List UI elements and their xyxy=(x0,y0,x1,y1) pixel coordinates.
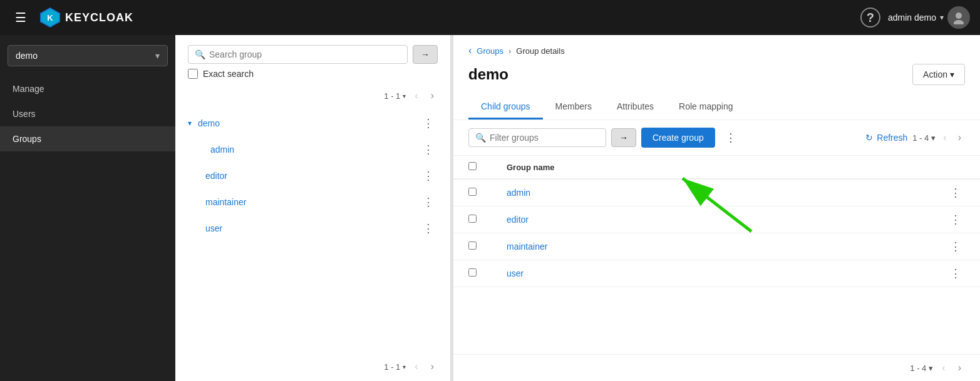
group-item-name: demo xyxy=(198,118,415,128)
keycloak-logo-icon: K xyxy=(39,6,61,29)
select-all-checkbox[interactable] xyxy=(468,162,477,170)
filter-input-wrap: 🔍 xyxy=(468,128,606,147)
row-actions-cell: ⋮ xyxy=(931,206,980,233)
row-name-cell: maintainer xyxy=(492,233,931,260)
row-actions-cell: ⋮ xyxy=(931,233,980,260)
user-name: admin demo xyxy=(888,13,936,23)
row-checkbox-cell xyxy=(453,233,492,260)
row-checkbox[interactable] xyxy=(468,215,477,223)
group-item-demo[interactable]: ▾ demo ⋮ xyxy=(175,110,450,136)
group-item-maintainer[interactable]: maintainer ⋮ xyxy=(175,189,450,215)
row-name-cell: admin xyxy=(492,179,931,206)
bottom-pag-next-button[interactable]: › xyxy=(954,361,965,375)
realm-chevron-icon: ▾ xyxy=(155,51,160,61)
group-more-button[interactable]: ⋮ xyxy=(419,220,438,236)
pagination-prev-button[interactable]: ‹ xyxy=(411,89,421,103)
table-row: user ⋮ xyxy=(453,260,980,287)
group-item-name: maintainer xyxy=(205,197,415,207)
group-name-link[interactable]: editor xyxy=(507,215,529,225)
sidebar-item-manage[interactable]: Manage xyxy=(0,76,175,101)
bottom-pag-prev-button[interactable]: ‹ xyxy=(938,361,949,375)
sidebar-item-users[interactable]: Users xyxy=(0,101,175,126)
column-header-name: Group name xyxy=(492,156,931,179)
create-group-button[interactable]: Create group xyxy=(641,128,715,148)
filter-submit-button[interactable]: → xyxy=(611,128,636,147)
bottom-pagination-next-button[interactable]: › xyxy=(427,360,438,373)
bottom-pagination: 1 - 4 ▾ ‹ › xyxy=(453,354,980,381)
groups-table: Group name admin ⋮ xyxy=(453,156,980,287)
pagination-chevron-icon: ▾ xyxy=(403,93,406,99)
pagination-next-button[interactable]: › xyxy=(427,89,438,103)
exact-search-checkbox[interactable] xyxy=(188,69,198,79)
avatar xyxy=(947,6,970,29)
group-chevron-icon: ▾ xyxy=(188,119,192,128)
group-name-link[interactable]: admin xyxy=(507,188,530,198)
right-panel: ‹ Groups › Group details demo Action ▾ C… xyxy=(453,35,980,381)
filter-input[interactable] xyxy=(490,133,599,143)
row-checkbox[interactable] xyxy=(468,268,477,277)
tab-role-mapping[interactable]: Role mapping xyxy=(666,95,745,119)
row-more-button[interactable]: ⋮ xyxy=(946,266,965,281)
bottom-pagination-prev-button[interactable]: ‹ xyxy=(411,360,421,373)
avatar-icon xyxy=(952,11,966,24)
toolbar-pagination-chevron-icon: ▾ xyxy=(931,133,936,143)
tab-members[interactable]: Members xyxy=(543,95,604,119)
table-row: editor ⋮ xyxy=(453,206,980,233)
logo[interactable]: K KEYCLOAK xyxy=(39,6,133,29)
group-item-admin[interactable]: admin ⋮ xyxy=(175,136,450,163)
bottom-pagination-label[interactable]: 1 - 1 ▾ xyxy=(384,362,406,372)
column-header-check xyxy=(453,156,492,179)
bottom-pag-chevron-icon: ▾ xyxy=(929,363,933,373)
group-name-link[interactable]: maintainer xyxy=(507,241,547,251)
table-row: admin ⋮ xyxy=(453,179,980,206)
realm-selector[interactable]: demo ▾ xyxy=(8,45,168,66)
row-more-button[interactable]: ⋮ xyxy=(946,212,965,227)
group-more-button[interactable]: ⋮ xyxy=(419,115,438,131)
title-row: demo Action ▾ xyxy=(468,64,965,85)
group-more-button[interactable]: ⋮ xyxy=(419,168,438,184)
user-menu[interactable]: admin demo ▾ xyxy=(888,6,970,29)
toolbar-pagination: 1 - 4 ▾ ‹ › xyxy=(912,131,965,145)
refresh-icon: ↻ xyxy=(865,133,873,143)
row-more-button[interactable]: ⋮ xyxy=(946,239,965,254)
search-submit-button[interactable]: → xyxy=(413,45,438,64)
top-pagination-bar: 1 - 1 ▾ ‹ › xyxy=(175,86,450,105)
row-name-cell: user xyxy=(492,260,931,287)
tab-child-groups[interactable]: Child groups xyxy=(468,95,543,119)
tab-attributes[interactable]: Attributes xyxy=(604,95,666,119)
toolbar-more-button[interactable]: ⋮ xyxy=(720,128,741,147)
bottom-pag-text: 1 - 4 xyxy=(910,363,926,373)
search-icon: 🔍 xyxy=(195,49,205,59)
group-name-link[interactable]: user xyxy=(507,268,524,278)
row-more-button[interactable]: ⋮ xyxy=(946,185,965,200)
main-layout: demo ▾ Manage Users Groups 🔍 → Exact sea… xyxy=(0,35,980,381)
breadcrumb-back-button[interactable]: ‹ xyxy=(468,45,472,56)
sidebar-item-groups[interactable]: Groups xyxy=(0,126,175,151)
bottom-pag-label[interactable]: 1 - 4 ▾ xyxy=(910,363,933,373)
help-button[interactable]: ? xyxy=(860,8,880,28)
row-checkbox[interactable] xyxy=(468,241,477,250)
group-more-button[interactable]: ⋮ xyxy=(419,194,438,210)
toolbar-pagination-label[interactable]: 1 - 4 ▾ xyxy=(912,133,936,143)
group-item-name: user xyxy=(205,223,415,233)
breadcrumb-groups-link[interactable]: Groups xyxy=(477,46,503,56)
svg-point-4 xyxy=(954,20,964,24)
hamburger-icon[interactable]: ☰ xyxy=(10,8,31,28)
search-input[interactable] xyxy=(209,49,401,59)
row-checkbox[interactable] xyxy=(468,188,477,196)
toolbar-pagination-next-button[interactable]: › xyxy=(954,131,965,145)
group-item-editor[interactable]: editor ⋮ xyxy=(175,163,450,189)
group-more-button[interactable]: ⋮ xyxy=(419,141,438,158)
breadcrumb-separator: › xyxy=(508,46,511,56)
refresh-button[interactable]: ↻ Refresh xyxy=(865,133,907,143)
search-input-wrap: 🔍 xyxy=(188,45,408,64)
sidebar-nav: Manage Users Groups xyxy=(0,76,175,151)
page-title: demo xyxy=(468,66,508,83)
action-label: Action xyxy=(923,69,947,79)
pagination-label[interactable]: 1 - 1 ▾ xyxy=(384,91,406,101)
toolbar-pagination-prev-button[interactable]: ‹ xyxy=(939,131,950,145)
action-button[interactable]: Action ▾ xyxy=(912,64,965,85)
row-checkbox-cell xyxy=(453,179,492,206)
row-name-cell: editor xyxy=(492,206,931,233)
group-item-user[interactable]: user ⋮ xyxy=(175,215,450,241)
